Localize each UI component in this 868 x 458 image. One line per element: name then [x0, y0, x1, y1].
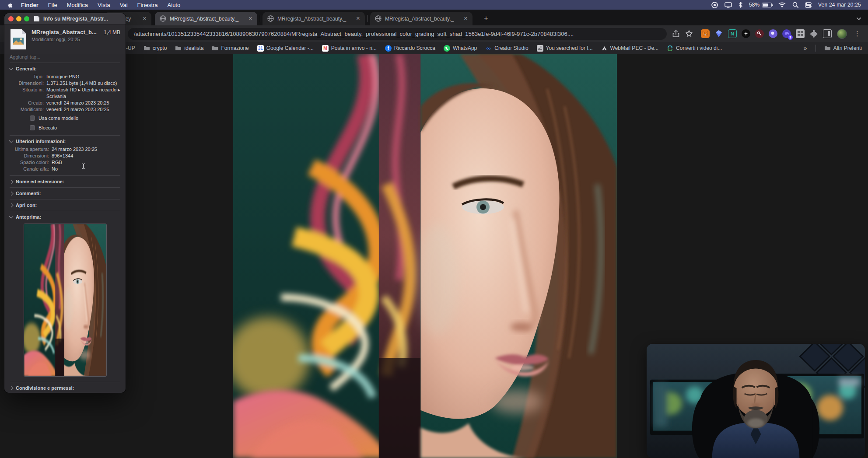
- bookmark-creator-studio[interactable]: ∞Creator Studio: [485, 45, 528, 52]
- section-generali-header[interactable]: Generali:: [4, 63, 126, 73]
- bookmarks-overflow-chevron[interactable]: »: [804, 45, 807, 52]
- section-commenti[interactable]: Commenti:: [4, 188, 126, 198]
- bookmark-facebook-profile[interactable]: fRiccardo Scrocca: [385, 45, 435, 52]
- info-row-dimensioni-pixel: Dimensioni:896×1344: [4, 153, 126, 159]
- bookmark-google-calendar[interactable]: 31Google Calendar -...: [257, 45, 314, 52]
- url-bar[interactable]: /attachments/1013512335442333816/1088906…: [128, 28, 667, 40]
- control-center-icon[interactable]: [805, 2, 812, 8]
- nifty-extension-icon[interactable]: N: [728, 29, 737, 38]
- sidebar-extension-icon[interactable]: [823, 29, 832, 38]
- spotlight-search-icon[interactable]: [792, 2, 798, 8]
- chevron-right-icon: [9, 179, 14, 184]
- menu-finder[interactable]: Finder: [16, 2, 43, 8]
- grid-extension-icon[interactable]: [796, 29, 805, 38]
- info-row-tipo: Tipo:Immagine PNG: [4, 73, 126, 80]
- share-icon[interactable]: [672, 30, 680, 38]
- section-title: Condivisione e permessi:: [16, 385, 74, 391]
- section-anteprima-header[interactable]: Anteprima:: [4, 211, 126, 222]
- info-row-dimensioni-file: Dimensioni:1.371.351 byte (1,4 MB su dis…: [4, 80, 126, 87]
- browser-menu-kebab-icon[interactable]: ⋮: [852, 30, 862, 38]
- info-row-situato-in: Situato in:Macintosh HD ▸ Utenti ▸ ricca…: [4, 87, 126, 100]
- close-window-button[interactable]: [8, 16, 14, 21]
- display-icon[interactable]: [724, 2, 732, 8]
- section-nome-estensione[interactable]: Nome ed estensione:: [4, 176, 126, 186]
- tab-title: MRregista_Abstract_beauty._: [385, 16, 460, 22]
- info-row-modificato: Modificato:venerdì 24 marzo 2023 20:25: [4, 106, 126, 113]
- chevron-right-icon: [9, 191, 14, 196]
- bookmark-converti-video[interactable]: Converti i video di...: [667, 45, 722, 52]
- menu-finestra[interactable]: Finestra: [133, 2, 163, 8]
- menu-bar: Finder File Modifica Vista Vai Finestra …: [0, 0, 868, 10]
- tab-close-icon[interactable]: ✕: [143, 16, 147, 21]
- new-tab-button[interactable]: +: [480, 13, 492, 24]
- checkbox-icon[interactable]: [30, 115, 35, 121]
- webcam-overlay: [647, 344, 865, 458]
- menu-clock[interactable]: Ven 24 mar 20:25: [818, 2, 861, 8]
- preview-thumbnail[interactable]: [24, 224, 107, 377]
- wifi-icon[interactable]: [778, 2, 786, 7]
- bookmark-you-searched[interactable]: You searched for I...: [537, 45, 593, 52]
- bookmark-gmail-inbox[interactable]: MPosta in arrivo - ri...: [322, 45, 377, 52]
- bookmark-star-icon[interactable]: [685, 30, 693, 38]
- file-name: MRregista_Abstract_b...: [32, 29, 97, 35]
- info-window-titlebar[interactable]: Info su MRregista_Abstr...: [4, 13, 126, 24]
- purple-ball-extension-icon[interactable]: [769, 29, 777, 38]
- battery-percent-label: 58%: [749, 2, 760, 8]
- png-file-icon: [10, 29, 27, 50]
- bookmark-webmail-pec[interactable]: WebMail PEC - De...: [601, 45, 658, 52]
- checkbox-icon[interactable]: [30, 125, 35, 130]
- checkbox-usa-come-modello[interactable]: Usa come modello: [4, 114, 126, 122]
- bookmark-up[interactable]: -UP: [126, 45, 135, 51]
- metamask-extension-icon[interactable]: [701, 29, 710, 38]
- url-text: /attachments/1013512335442333816/1088906…: [134, 31, 574, 37]
- other-favorites-folder[interactable]: Altri Preferiti: [824, 45, 862, 52]
- folder-icon: [212, 45, 218, 52]
- convert-arrows-icon: [667, 45, 673, 52]
- zoom-window-button[interactable]: [24, 16, 29, 21]
- apple-menu-icon[interactable]: [7, 2, 14, 8]
- window-title: Info su MRregista_Abstr...: [43, 16, 108, 22]
- tab-search-chevron-icon[interactable]: [856, 16, 862, 22]
- chevron-right-icon: [9, 203, 14, 207]
- section-ulteriori-header[interactable]: Ulteriori informazioni:: [4, 136, 126, 146]
- tab-close-icon[interactable]: ✕: [248, 16, 252, 21]
- menu-vista[interactable]: Vista: [93, 2, 115, 8]
- wallet-extension-icon[interactable]: [714, 29, 723, 38]
- ai-portrait-image[interactable]: [233, 54, 617, 458]
- menu-vai[interactable]: Vai: [115, 2, 133, 8]
- tab-close-icon[interactable]: ✕: [356, 16, 360, 21]
- section-title: Anteprima:: [16, 214, 41, 220]
- chevron-down-icon: [9, 214, 14, 219]
- bookmark-folder-formazione[interactable]: Formazione: [212, 45, 248, 52]
- bookmark-label: Altri Preferiti: [833, 45, 862, 51]
- info-row-canale-alfa: Canale alfa:No: [4, 166, 126, 172]
- extensions-puzzle-icon[interactable]: [809, 29, 818, 38]
- image-search-icon: [537, 45, 543, 52]
- menu-file[interactable]: File: [43, 2, 62, 8]
- menu-modifica[interactable]: Modifica: [62, 2, 93, 8]
- profile-avatar[interactable]: [837, 29, 847, 39]
- menu-aiuto[interactable]: Aiuto: [163, 2, 186, 8]
- tab-close-icon[interactable]: ✕: [464, 16, 468, 21]
- battery-status[interactable]: 58%: [749, 2, 772, 8]
- minimize-window-button[interactable]: [16, 16, 21, 21]
- tags-input[interactable]: Aggiungi tag...: [10, 52, 120, 63]
- chevron-down-icon: [9, 139, 14, 143]
- bluetooth-icon[interactable]: [738, 2, 742, 8]
- key-extension-icon[interactable]: [755, 29, 764, 38]
- record-status-icon[interactable]: [711, 2, 718, 8]
- purple-s-extension-icon[interactable]: S: [782, 29, 791, 38]
- google-calendar-icon: 31: [257, 45, 264, 52]
- tab-3[interactable]: MRregista_Abstract_beauty._ ✕: [262, 12, 365, 25]
- checkbox-bloccato[interactable]: Bloccato: [4, 123, 126, 132]
- presenter-video: [647, 344, 865, 458]
- section-apri-con[interactable]: Apri con:: [4, 199, 126, 210]
- bookmark-folder-crypto[interactable]: crypto: [144, 45, 167, 52]
- bookmark-folder-idealista[interactable]: idealista: [175, 45, 203, 52]
- dark-circle-extension-icon[interactable]: [742, 29, 750, 38]
- bookmark-label: Riccardo Scrocca: [394, 45, 435, 51]
- tab-4[interactable]: MRregista_Abstract_beauty._ ✕: [370, 12, 472, 25]
- bookmark-whatsapp[interactable]: WhatsApp: [444, 45, 477, 52]
- section-condivisione-permessi[interactable]: Condivisione e permessi:: [4, 382, 126, 393]
- tab-active[interactable]: MRregista_Abstract_beauty._ ✕: [155, 12, 257, 25]
